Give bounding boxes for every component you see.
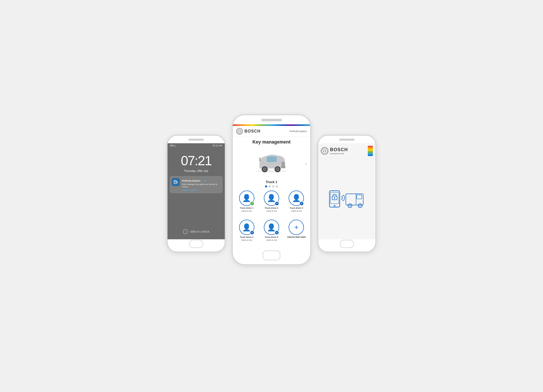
- create-plus-icon: +: [294, 223, 298, 231]
- truck-name: Truck 1: [235, 180, 308, 184]
- carousel-next[interactable]: ›: [305, 161, 307, 166]
- svg-point-18: [277, 169, 278, 170]
- status-bar: BELL 07:21 AM: [168, 143, 225, 148]
- driver-avatar-1: 👤 ✓: [239, 191, 254, 206]
- plus-badge-2: +: [275, 201, 279, 206]
- phone-right: BOSCH Invented for life: [317, 135, 376, 252]
- status-time: 07:21 AM: [213, 144, 222, 147]
- svg-point-2: [175, 183, 175, 183]
- slide-arrow-icon: ›: [183, 229, 188, 234]
- truck-carousel[interactable]: ›: [235, 147, 308, 180]
- plus-badge-5: +: [275, 230, 279, 235]
- right-screen: BOSCH Invented for life: [318, 143, 375, 239]
- person-icon-5: 👤: [267, 223, 276, 232]
- driver-item-4[interactable]: 👤 + Truck driver 4 USER-ID 004: [235, 220, 258, 247]
- dot-2: [269, 185, 271, 187]
- create-circle: +: [289, 220, 304, 235]
- dot-1: [265, 185, 267, 187]
- driver-name-1: Truck driver 1: [240, 207, 253, 209]
- driver-name-4: Truck driver 4: [240, 236, 253, 238]
- svg-point-6: [256, 170, 287, 172]
- plus-badge-3: +: [299, 201, 304, 206]
- person-icon-1: 👤: [242, 194, 251, 202]
- dot-3: [272, 185, 274, 187]
- svg-point-34: [358, 204, 362, 208]
- bosch-color-bar: [368, 146, 373, 156]
- app-content: Key management: [233, 137, 310, 250]
- app-screen: BOSCH Perfectly keyless Key management: [233, 124, 310, 250]
- scene: BELL 07:21 AM 07:21 Thursday, 26th July: [157, 107, 386, 286]
- svg-rect-19: [259, 157, 260, 161]
- driver-item-2[interactable]: 👤 + Truck driver 2 USER-ID 002: [260, 191, 283, 218]
- phone-left: BELL 07:21 AM 07:21 Thursday, 26th July: [167, 135, 226, 252]
- svg-rect-29: [346, 194, 363, 205]
- truck-image: [251, 149, 292, 177]
- notif-header: Perfectly keyless now: [182, 178, 221, 183]
- svg-rect-31: [357, 195, 362, 199]
- plus-badge-4: +: [250, 230, 254, 235]
- svg-point-5: [239, 130, 240, 132]
- svg-rect-11: [281, 166, 285, 168]
- person-icon-3: 👤: [292, 194, 301, 202]
- driver-id-3: USER-ID 003: [291, 210, 302, 212]
- notif-title: Perfectly keyless: [182, 180, 200, 182]
- lock-screen: BELL 07:21 AM 07:21 Thursday, 26th July: [168, 143, 225, 239]
- dot-4: [276, 185, 278, 187]
- driver-avatar-2: 👤 +: [264, 191, 279, 206]
- driver-name-2: Truck driver 2: [265, 207, 278, 209]
- app-header: BOSCH Perfectly keyless: [233, 126, 310, 137]
- driver-item-3[interactable]: 👤 + Truck driver 3 USER-ID 003: [285, 191, 308, 218]
- svg-point-32: [348, 204, 352, 208]
- phone-center: BOSCH Perfectly keyless Key management: [232, 114, 311, 265]
- check-badge-1: ✓: [250, 201, 254, 206]
- driver-avatar-3: 👤 +: [289, 191, 304, 206]
- carrier-label: BELL: [170, 144, 176, 147]
- driver-id-1: USER-ID 001: [241, 210, 252, 212]
- bosch-logo-circle: [236, 128, 243, 135]
- notif-action[interactable]: Swipe to confirm: [182, 189, 221, 191]
- lock-date: Thursday, 26th July: [168, 169, 225, 172]
- right-logo-circle: [321, 147, 328, 155]
- bosch-name: BOSCH: [244, 129, 261, 134]
- keyless-illustration: [326, 186, 367, 212]
- right-bosch-name: BOSCH: [330, 147, 348, 152]
- driver-id-4: USER-ID 004: [241, 239, 252, 241]
- notif-time: now: [203, 180, 207, 182]
- slide-unlock-label: slide to unlock: [190, 230, 209, 233]
- app-tagline: Perfectly keyless: [289, 130, 307, 133]
- drivers-grid: 👤 ✓ Truck driver 1 USER-ID 001 👤: [235, 191, 308, 247]
- driver-id-5: USER-ID 005: [266, 239, 277, 241]
- lock-time: 07:21: [168, 153, 225, 168]
- driver-name-3: Truck driver 3: [290, 207, 303, 209]
- create-label: CREATE NEW USER: [287, 236, 306, 238]
- driver-name-5: Truck driver 5: [265, 236, 278, 238]
- svg-point-15: [264, 169, 265, 170]
- person-icon-4: 👤: [242, 223, 251, 232]
- page-title: Key management: [235, 139, 308, 145]
- slide-unlock-bar[interactable]: › slide to unlock: [168, 229, 225, 234]
- bosch-logo: BOSCH: [236, 128, 261, 135]
- driver-item-5[interactable]: 👤 + Truck driver 5 USER-ID 005: [260, 220, 283, 247]
- svg-point-22: [324, 150, 326, 152]
- notif-body-wrap: Perfectly keyless now Fleet manager has …: [182, 178, 221, 192]
- driver-id-2: USER-ID 002: [266, 210, 277, 212]
- svg-point-25: [334, 205, 335, 206]
- right-tagline: Invented for life: [330, 152, 348, 155]
- carousel-dots: [235, 185, 308, 187]
- svg-rect-1: [174, 181, 176, 182]
- right-content: [318, 159, 375, 239]
- create-new-user[interactable]: + CREATE NEW USER: [285, 220, 308, 247]
- right-header: BOSCH Invented for life: [318, 143, 375, 159]
- right-brand-text: BOSCH Invented for life: [330, 147, 348, 155]
- person-icon-2: 👤: [267, 194, 276, 202]
- right-bosch-logo: BOSCH Invented for life: [321, 147, 348, 155]
- notification-card: Perfectly keyless now Fleet manager has …: [170, 176, 223, 194]
- notif-message: Fleet manager has given you access to Tr…: [182, 183, 221, 188]
- notif-app-icon: [172, 178, 180, 186]
- driver-avatar-5: 👤 +: [264, 220, 279, 235]
- driver-avatar-4: 👤 +: [239, 220, 254, 235]
- driver-item-1[interactable]: 👤 ✓ Truck driver 1 USER-ID 001: [235, 191, 258, 218]
